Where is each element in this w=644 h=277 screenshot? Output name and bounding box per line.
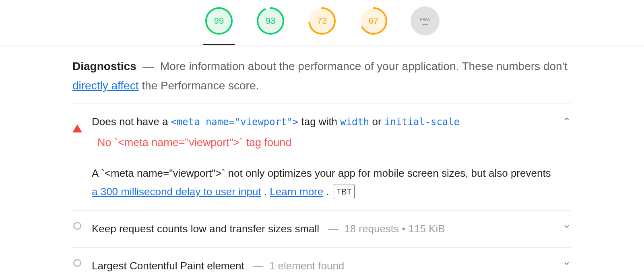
audit-lcp-title: Largest Contentful Paint element (92, 260, 244, 272)
directly-affect-link[interactable]: directly affect (72, 79, 138, 92)
diagnostics-header: Diagnostics — More information about the… (72, 57, 572, 103)
fail-triangle-icon (72, 124, 82, 132)
tbt-tag: TBT (334, 184, 355, 199)
score-gauge-3[interactable]: 67 (359, 6, 388, 35)
audit-viewport-error: No `<meta name="viewport">` tag found (92, 133, 552, 153)
code-width: width (340, 116, 369, 128)
diagnostics-title: Diagnostics (72, 60, 136, 72)
score-gauge-1[interactable]: 93 (256, 6, 285, 35)
chevron-down-icon[interactable] (562, 219, 572, 231)
diagnostics-desc-before: More information about the performance o… (160, 60, 568, 72)
info-circle-icon (73, 259, 81, 267)
audit-viewport[interactable]: Does not have a <meta name="viewport"> t… (72, 103, 572, 211)
audit-request-counts-sub: 18 requests • 115 KiB (344, 223, 445, 235)
score-value: 67 (359, 6, 388, 35)
dash: — (139, 60, 160, 72)
pwa-dash-icon (422, 24, 428, 25)
chevron-up-icon[interactable] (562, 112, 572, 124)
diagnostics-section: Diagnostics — More information about the… (72, 45, 572, 277)
learn-more-link[interactable]: Learn more (270, 186, 323, 198)
code-meta-viewport: <meta name="viewport"> (171, 116, 299, 128)
pwa-label: PWA (420, 17, 431, 22)
chevron-down-icon[interactable] (562, 256, 572, 268)
audit-request-counts-title: Keep request counts low and transfer siz… (92, 223, 319, 235)
pwa-gauge[interactable]: PWA (411, 6, 440, 35)
delay-link[interactable]: a 300 millisecond delay to user input (92, 186, 261, 198)
info-circle-icon (73, 222, 81, 230)
audit-lcp-sub: 1 element found (269, 260, 344, 272)
score-gauge-2[interactable]: 73 (308, 6, 336, 35)
score-value: 99 (204, 6, 233, 35)
score-gauge-0[interactable]: 99 (204, 6, 233, 35)
score-value: 73 (308, 6, 336, 35)
score-header: 99937367PWA (0, 0, 644, 45)
audit-viewport-description: A `<meta name="viewport">` not only opti… (92, 164, 552, 202)
code-initial-scale: initial-scale (384, 116, 460, 128)
score-value: 93 (256, 6, 285, 35)
audit-lcp-element[interactable]: Largest Contentful Paint element — 1 ele… (72, 248, 572, 277)
audit-request-counts[interactable]: Keep request counts low and transfer siz… (72, 211, 572, 248)
diagnostics-desc-after: the Performance score. (142, 79, 259, 92)
audit-viewport-title: Does not have a <meta name="viewport"> t… (92, 112, 552, 131)
